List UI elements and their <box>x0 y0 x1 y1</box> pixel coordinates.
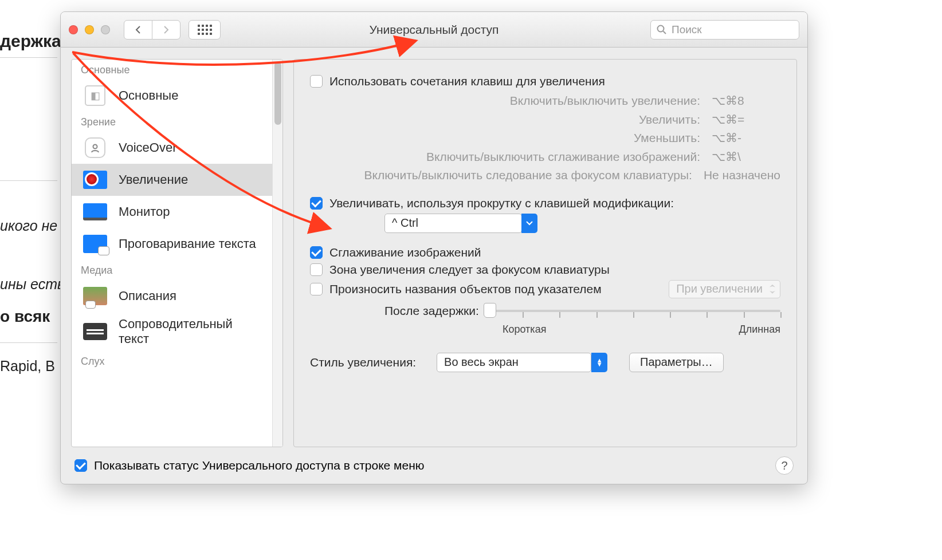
smooth-images-checkbox[interactable] <box>310 246 323 259</box>
background-text: ины есть <box>0 276 65 293</box>
kb-shortcut: ⌥⌘- <box>700 129 780 148</box>
sidebar-item-captions[interactable]: Сопроводительный текст <box>72 312 272 351</box>
sidebar-category-hearing: Слух <box>72 351 272 371</box>
speak-items-checkbox[interactable] <box>310 283 323 295</box>
speech-icon <box>81 232 109 255</box>
modifier-key-value: ^ Ctrl <box>392 216 418 230</box>
show-status-label: Показывать статус Универсального доступа… <box>94 459 425 472</box>
sidebar-item-speech[interactable]: Проговаривание текста <box>72 228 272 260</box>
sidebar-category-media: Медиа <box>72 260 272 280</box>
window-title: Универсальный доступ <box>370 23 499 37</box>
window-toolbar: Универсальный доступ Поиск <box>61 12 807 48</box>
sidebar-item-display[interactable]: Монитор <box>72 196 272 228</box>
sidebar-item-label: Проговаривание текста <box>119 236 256 251</box>
search-field[interactable]: Поиск <box>650 20 799 40</box>
sidebar-item-label: Описания <box>119 289 176 303</box>
search-placeholder: Поиск <box>672 23 702 36</box>
use-shortcuts-label: Использовать сочетания клавиш для увелич… <box>329 74 605 88</box>
zoom-icon <box>81 168 109 191</box>
scroll-zoom-checkbox[interactable] <box>310 197 323 210</box>
sidebar-item-general[interactable]: ◧ Основные <box>72 80 272 112</box>
kb-label: Включить/выключить следование за фокусом… <box>310 166 692 185</box>
close-window-button[interactable] <box>69 25 78 34</box>
kb-label: Включить/выключить увеличение: <box>310 92 700 111</box>
speak-when-value: При увеличении <box>676 282 763 295</box>
sidebar-item-label: Основные <box>119 88 178 103</box>
fullscreen-window-button[interactable] <box>101 25 110 34</box>
general-icon: ◧ <box>81 84 109 107</box>
search-icon <box>657 25 667 35</box>
background-text: о всяк <box>0 307 50 326</box>
follow-focus-checkbox[interactable] <box>310 263 323 276</box>
modifier-key-select[interactable]: ^ Ctrl <box>384 214 522 233</box>
kb-shortcut: Не назначено <box>692 166 780 185</box>
background-text: держка <box>0 31 61 51</box>
kb-shortcut: ⌥⌘8 <box>700 92 780 111</box>
voiceover-icon <box>81 136 109 159</box>
zoom-style-select[interactable]: Во весь экран <box>437 353 591 372</box>
kb-label: Уменьшить: <box>310 129 700 148</box>
window-footer: Показывать статус Универсального доступа… <box>61 447 807 484</box>
use-shortcuts-checkbox[interactable] <box>310 75 323 88</box>
forward-button[interactable] <box>152 20 180 40</box>
preferences-window: Универсальный доступ Поиск Основные ◧ Ос… <box>60 11 808 484</box>
window-controls <box>69 25 110 34</box>
kb-label: Увеличить: <box>310 111 700 129</box>
options-button-label: Параметры… <box>640 356 713 369</box>
sidebar-item-descriptions[interactable]: Описания <box>72 280 272 312</box>
nav-buttons <box>124 20 180 40</box>
descriptions-icon <box>81 285 109 307</box>
kb-label: Включить/выключить сглаживание изображен… <box>310 148 700 167</box>
background-divider <box>0 180 57 181</box>
modifier-key-dropdown-button[interactable] <box>521 214 537 233</box>
help-button[interactable]: ? <box>775 456 794 475</box>
speak-items-label: Произносить названия объектов под указат… <box>329 282 602 296</box>
show-all-button[interactable] <box>189 20 221 40</box>
sidebar-item-voiceover[interactable]: VoiceOver <box>72 132 272 164</box>
back-button[interactable] <box>124 20 152 40</box>
delay-label: После задержки: <box>384 304 479 318</box>
svg-point-0 <box>658 25 664 31</box>
background-text: Rapid, B <box>0 358 55 374</box>
zoom-style-label: Стиль увеличения: <box>310 356 416 369</box>
zoom-style-dropdown-button[interactable]: ▲▼ <box>591 353 607 372</box>
show-status-checkbox[interactable] <box>74 459 87 472</box>
slider-max-label: Длинная <box>739 324 780 336</box>
svg-line-1 <box>664 31 666 34</box>
sidebar-item-label: VoiceOver <box>119 140 177 155</box>
svg-point-2 <box>93 145 97 149</box>
speak-when-select[interactable]: При увеличении <box>669 280 780 298</box>
smooth-images-label: Сглаживание изображений <box>329 246 481 259</box>
sidebar-item-label: Увеличение <box>119 172 188 187</box>
sidebar-item-label: Сопроводительный текст <box>119 317 263 346</box>
kb-shortcut: ⌥⌘= <box>700 111 780 129</box>
sidebar-item-label: Монитор <box>119 204 170 219</box>
follow-focus-label: Зона увеличения следует за фокусом клави… <box>329 263 610 277</box>
slider-thumb[interactable] <box>484 303 496 318</box>
sidebar-category-vision: Зрение <box>72 112 272 132</box>
slider-min-label: Короткая <box>503 324 546 336</box>
display-icon <box>81 200 109 223</box>
delay-slider[interactable] <box>486 302 780 320</box>
kb-shortcut: ⌥⌘\ <box>700 148 780 167</box>
settings-panel: Использовать сочетания клавиш для увелич… <box>293 59 797 447</box>
sidebar-item-zoom[interactable]: Увеличение <box>72 164 272 196</box>
options-button[interactable]: Параметры… <box>629 353 724 372</box>
scrollbar-thumb[interactable] <box>274 62 281 125</box>
sidebar-category-general: Основные <box>72 60 272 80</box>
scroll-zoom-label: Увеличивать, используя прокрутку с клави… <box>329 196 674 210</box>
captions-icon <box>81 320 109 343</box>
zoom-style-value: Во весь экран <box>444 356 519 369</box>
background-text: икого не <box>0 218 57 234</box>
minimize-window-button[interactable] <box>85 25 94 34</box>
background-divider <box>0 57 57 58</box>
sidebar-scrollbar[interactable] <box>272 60 282 447</box>
background-divider <box>0 342 57 343</box>
sidebar: Основные ◧ Основные Зрение VoiceOver Уве… <box>71 59 283 447</box>
